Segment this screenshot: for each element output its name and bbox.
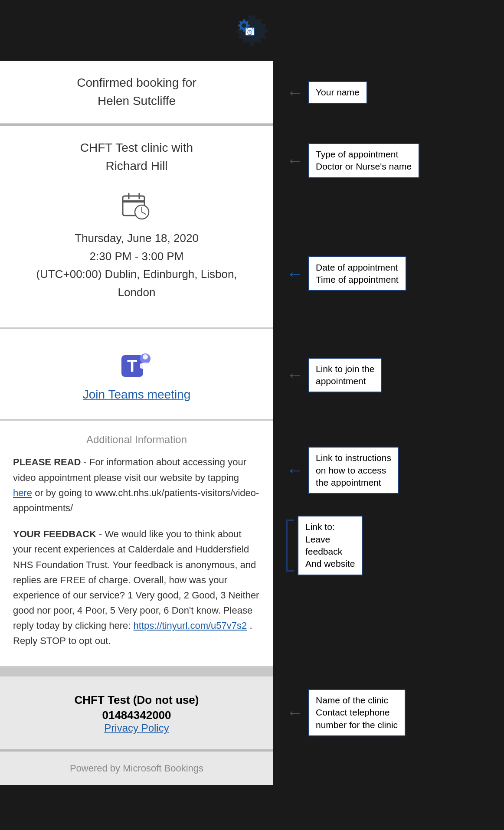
booking-annotation-box: Your name [308, 81, 367, 104]
clinic-annotation-line2: Doctor or Nurse's name [316, 161, 412, 171]
feedback-annotation-inner: Link to: Leave feedback And website [286, 516, 363, 575]
powered-text: Powered by Microsoft Bookings [70, 763, 203, 774]
clinic-arrow: ← [286, 151, 304, 170]
additional-title: Additional Information [13, 434, 260, 446]
feedback-link[interactable]: https://tinyurl.com/u57v7s2 [134, 620, 247, 631]
booking-row: Confirmed booking for Helen Sutcliffe ← … [0, 61, 504, 124]
datetime-annotation-box: Date of appointment Time of appointment [308, 256, 406, 291]
instructions-annotation-box: Link to instructions on how to access th… [308, 447, 399, 494]
svg-rect-2 [247, 27, 248, 29]
page-wrapper: Confirmed booking for Helen Sutcliffe ← … [0, 0, 504, 830]
footer-clinic-section: CHFT Test (Do not use) 01484342000 Priva… [0, 676, 273, 749]
feedback-ann-line3: feedback [305, 546, 342, 556]
date-text: Thursday, June 18, 2020 [75, 232, 199, 245]
clinic-annotation-line1: Type of appointment [316, 149, 398, 159]
powered-section: Powered by Microsoft Bookings [0, 751, 273, 785]
clinic-row: CHFT Test clinic with Richard Hill [0, 126, 504, 329]
booking-annotation-area: ← Your name [273, 61, 504, 124]
instructions-line2: on how to access [316, 465, 386, 475]
datetime-annotation-line2: Time of appointment [316, 274, 399, 284]
teams-row: T Join Teams meeting ← Link to join the … [0, 329, 504, 421]
please-read-paragraph: PLEASE READ - For information about acce… [13, 454, 260, 516]
teams-annotation-area: ← Link to join the appointment [273, 329, 504, 421]
please-read-here-link[interactable]: here [13, 487, 32, 498]
footer-clinic-phone: 01484342000 [102, 709, 171, 722]
clinic-line1: CHFT Test clinic with [80, 141, 193, 154]
footer-ann-line2: Contact telephone [316, 707, 389, 717]
calendar-clock-icon [119, 188, 154, 223]
footer-annotation-area: ← Name of the clinic Contact telephone n… [273, 676, 504, 749]
footer-privacy-link[interactable]: Privacy Policy [104, 722, 169, 734]
feedback-text: - We would like you to think about your … [13, 529, 259, 631]
main-divider [0, 668, 504, 676]
clinic-text: CHFT Test clinic with Richard Hill [17, 139, 256, 175]
booking-arrow: ← [286, 83, 304, 102]
join-teams-link[interactable]: Join Teams meeting [83, 388, 191, 401]
datetime-annotation-line1: Date of appointment [316, 262, 398, 272]
feedback-ann-line4: And website [305, 559, 355, 569]
feedback-paragraph: YOUR FEEDBACK - We would like you to thi… [13, 526, 260, 649]
additional-annotation-area: ← Link to instructions on how to access … [273, 421, 504, 667]
teams-left: T Join Teams meeting [0, 329, 273, 421]
calendar-icon-area [17, 175, 256, 229]
clinic-annotation-inner: ← Type of appointment Doctor or Nurse's … [286, 143, 419, 178]
footer-left: CHFT Test (Do not use) 01484342000 Priva… [0, 676, 273, 749]
powered-left: Powered by Microsoft Bookings [0, 751, 273, 785]
svg-text:T: T [127, 357, 137, 375]
datetime-annotation-inner: ← Date of appointment Time of appointmen… [286, 256, 406, 291]
footer-clinic-name: CHFT Test (Do not use) [75, 692, 199, 709]
clinic-left: CHFT Test clinic with Richard Hill [0, 126, 273, 329]
footer-ann-line1: Name of the clinic [316, 695, 388, 705]
additional-section: Additional Information PLEASE READ - For… [0, 421, 273, 667]
booking-section: Confirmed booking for Helen Sutcliffe [0, 61, 273, 124]
clinic-line2: Richard Hill [105, 159, 167, 173]
footer-row: CHFT Test (Do not use) 01484342000 Priva… [0, 676, 504, 749]
main-divider-right [273, 668, 504, 676]
additional-row: Additional Information PLEASE READ - For… [0, 421, 504, 667]
teams-arrow: ← [286, 365, 304, 385]
teams-icon-area: T [17, 338, 256, 388]
teams-annotation-line2: appointment [316, 376, 366, 386]
teams-section: T Join Teams meeting [0, 329, 273, 420]
feedback-annotation-box: Link to: Leave feedback And website [298, 516, 363, 575]
instructions-arrow: ← [286, 461, 304, 480]
datetime-arrow: ← [286, 264, 304, 284]
svg-point-18 [143, 354, 148, 359]
clinic-annotation-area: ← Type of appointment Doctor or Nurse's … [273, 126, 504, 329]
clinic-section: CHFT Test clinic with Richard Hill [0, 126, 273, 328]
feedback-bracket [286, 520, 294, 572]
svg-rect-3 [252, 27, 253, 29]
booking-line2: Helen Sutcliffe [98, 94, 176, 108]
powered-row: Powered by Microsoft Bookings [0, 751, 504, 785]
instructions-line1: Link to instructions [316, 453, 391, 463]
gear-calendar-icon [232, 13, 272, 52]
booking-left: Confirmed booking for Helen Sutcliffe [0, 61, 273, 124]
main-divider-left [0, 668, 273, 676]
feedback-label: YOUR FEEDBACK [13, 529, 96, 539]
please-read-rest: or by going to www.cht.nhs.uk/patients-v… [13, 487, 259, 513]
instructions-annotation-inner: ← Link to instructions on how to access … [286, 447, 399, 494]
clinic-annotation-box: Type of appointment Doctor or Nurse's na… [308, 143, 419, 178]
timezone-text: (UTC+00:00) Dublin, Edinburgh, Lisbon, L… [36, 268, 237, 299]
instructions-line3: the appointment [316, 477, 381, 487]
feedback-ann-line2: Leave [305, 534, 330, 544]
footer-ann-line3: number for the clinic [316, 720, 398, 730]
additional-left: Additional Information PLEASE READ - For… [0, 421, 273, 667]
powered-right-filler [273, 751, 504, 785]
svg-rect-9 [123, 200, 144, 203]
booking-line1: Confirmed booking for [77, 76, 196, 89]
feedback-ann-line1: Link to: [305, 522, 335, 532]
datetime-text: Thursday, June 18, 2020 2:30 PM - 3:00 P… [17, 229, 256, 314]
please-read-label: PLEASE READ [13, 457, 81, 467]
teams-annotation-box: Link to join the appointment [308, 358, 382, 393]
teams-annotation-line1: Link to join the [316, 364, 374, 374]
footer-annotation-box: Name of the clinic Contact telephone num… [308, 689, 406, 736]
footer-arrow: ← [286, 703, 304, 722]
teams-icon: T [119, 346, 154, 381]
header-icon-area [0, 0, 504, 61]
time-text: 2:30 PM - 3:00 PM [90, 250, 184, 263]
booking-text: Confirmed booking for Helen Sutcliffe [77, 74, 196, 110]
booking-annotation-text: Your name [316, 87, 360, 97]
